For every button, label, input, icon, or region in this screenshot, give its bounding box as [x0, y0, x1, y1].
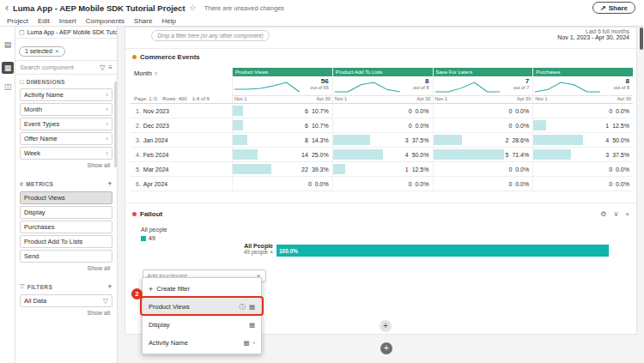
value-cell[interactable]: 450.0% — [532, 133, 633, 147]
menu-item-product-views[interactable]: Product Views ⓘ ▦ — [143, 298, 261, 316]
chevron-right-icon[interactable]: › — [106, 106, 108, 113]
add-panel-button[interactable]: + — [380, 342, 392, 354]
table-row[interactable]: 5.Mar 20242239.3%112.5%00.0%00.0% — [131, 162, 633, 177]
menu-item-create-filter[interactable]: + Create filter — [143, 280, 261, 298]
viz-title[interactable]: Commerce Events — [140, 53, 200, 61]
month-cell[interactable]: 6.Apr 2024 — [131, 177, 232, 191]
page-info[interactable]: Page: 1 /1 — [134, 96, 157, 101]
chip-close-icon[interactable]: × — [55, 48, 59, 55]
menu-components[interactable]: Components — [86, 17, 125, 25]
month-cell[interactable]: 3.Jan 2024 — [131, 133, 232, 147]
visualizations-icon[interactable]: ◫ — [2, 81, 14, 93]
value-cell[interactable]: 00.0% — [332, 104, 433, 118]
open-table-icon[interactable]: ▦ — [249, 303, 255, 311]
value-cell[interactable]: 112.5% — [332, 162, 433, 176]
value-cell[interactable]: 337.5% — [532, 148, 633, 161]
value-cell[interactable]: 2239.3% — [232, 162, 332, 176]
menu-project[interactable]: Project — [7, 17, 28, 25]
menu-item-activity-name[interactable]: Activity Name ▦ › — [143, 334, 261, 352]
metric-item-product-views[interactable]: Product Views — [20, 191, 112, 204]
selected-filter-chip[interactable]: 1 selected × — [19, 46, 65, 57]
favorite-star-icon[interactable]: ☆ — [190, 3, 197, 12]
menu-item-display[interactable]: Display ▦ — [143, 316, 261, 334]
value-cell[interactable]: 337.5% — [332, 133, 433, 147]
collapse-chevron-icon[interactable]: ∨ — [613, 210, 618, 218]
main-scrollbar[interactable] — [640, 27, 643, 50]
menu-help[interactable]: Help — [161, 17, 175, 25]
gear-icon[interactable]: ⚙ — [600, 210, 606, 218]
value-cell[interactable]: 1425.0% — [232, 148, 332, 161]
month-cell[interactable]: 5.Mar 2024 — [131, 162, 232, 176]
menu-insert[interactable]: Insert — [59, 17, 76, 25]
value-cell[interactable]: 610.7% — [232, 104, 332, 118]
panel-date-range[interactable]: Last 6 full months Nov 1, 2023 - Apr 30,… — [557, 28, 629, 40]
value-cell[interactable]: 571.4% — [433, 148, 533, 161]
value-cell[interactable]: 00.0% — [433, 177, 533, 191]
metric-column-header[interactable]: Product Views56out of 56Nov 1Apr 30 — [232, 68, 332, 103]
metric-item-product-add-to-lists[interactable]: Product Add To Lists — [20, 235, 112, 248]
menu-edit[interactable]: Edit — [38, 17, 50, 25]
sort-ascending-icon[interactable]: ↑ — [155, 70, 158, 77]
search-input[interactable] — [20, 64, 96, 71]
metric-column-header[interactable]: Purchases8out of 8Nov 1Apr 30 — [532, 68, 633, 103]
value-cell[interactable]: 00.0% — [532, 104, 633, 118]
add-filter-icon[interactable]: + — [107, 282, 112, 291]
filter-icon[interactable]: ▽ — [100, 64, 105, 71]
chevron-right-icon[interactable]: › — [106, 91, 108, 99]
open-table-icon[interactable]: ▦ — [249, 321, 255, 329]
metric-item-display[interactable]: Display — [20, 206, 112, 219]
filter-drop-zone[interactable]: Drop a filter here (or any other compone… — [151, 30, 270, 41]
panels-icon[interactable]: ▤ — [2, 39, 14, 51]
sidebar-scrollbar[interactable] — [114, 82, 117, 167]
viz-title[interactable]: Fallout — [140, 210, 162, 218]
rows-info[interactable]: Rows: 400 — [162, 96, 186, 101]
value-cell[interactable]: 814.3% — [232, 133, 332, 147]
open-table-icon[interactable]: ▦ — [243, 339, 249, 347]
dimensions-show-all[interactable]: Show all — [15, 161, 117, 168]
metrics-show-all[interactable]: Show all — [15, 264, 117, 271]
sort-list-icon[interactable]: ≡ — [108, 64, 112, 71]
info-icon[interactable]: ⓘ — [239, 303, 246, 312]
value-cell[interactable]: 00.0% — [532, 162, 633, 176]
dimension-item-month[interactable]: Month› — [20, 103, 112, 116]
remove-touchpoint-icon[interactable]: × — [270, 249, 273, 255]
table-row[interactable]: 3.Jan 2024814.3%337.5%228.6%450.0% — [131, 133, 633, 148]
share-button[interactable]: ↗ Share — [592, 2, 635, 14]
value-cell[interactable]: 00.0% — [532, 177, 633, 191]
back-icon[interactable]: ‹ — [5, 3, 9, 13]
chevron-right-icon[interactable]: › — [106, 135, 108, 142]
table-row[interactable]: 1.Nov 2023610.7%00.0%00.0%00.0% — [131, 104, 633, 118]
filters-show-all[interactable]: Show all — [15, 309, 117, 316]
dimension-item-offer-name[interactable]: Offer Name› — [20, 132, 112, 145]
fallout-bar[interactable]: 100.0% — [276, 245, 609, 257]
value-cell[interactable]: 00.0% — [332, 118, 433, 132]
value-cell[interactable]: 00.0% — [332, 177, 433, 191]
month-cell[interactable]: 4.Feb 2024 — [131, 148, 232, 161]
add-visualization-button[interactable]: + — [380, 320, 392, 332]
value-cell[interactable]: 00.0% — [433, 162, 533, 176]
add-metric-icon[interactable]: + — [107, 179, 112, 188]
value-cell[interactable]: 228.6% — [433, 133, 533, 147]
table-row[interactable]: 4.Feb 20241425.0%450.0%571.4%337.5% — [131, 148, 633, 162]
table-row[interactable]: 2.Dec 2023610.7%00.0%00.0%112.5% — [131, 118, 633, 133]
metric-item-purchases[interactable]: Purchases — [20, 221, 112, 233]
metric-column-header[interactable]: Save For Laters7out of 7Nov 1Apr 30 — [433, 68, 533, 103]
components-icon[interactable]: ▦ — [2, 62, 14, 74]
dimension-item-week[interactable]: Week› — [20, 147, 112, 160]
month-column-header[interactable]: Month↑Page: 1 /1Rows: 4001-6 of 6 — [131, 68, 232, 103]
value-cell[interactable]: 00.0% — [232, 177, 332, 191]
step-name[interactable]: All People — [177, 243, 273, 249]
menu-share[interactable]: Share — [134, 17, 152, 25]
dimension-item-activity-name[interactable]: Activity Name› — [20, 88, 112, 101]
value-cell[interactable]: 112.5% — [532, 118, 633, 132]
table-row[interactable]: 6.Apr 202400.0%00.0%00.0%00.0% — [131, 177, 633, 191]
close-icon[interactable]: × — [625, 210, 629, 218]
filter-item-all-data[interactable]: All Data▽ — [20, 294, 112, 307]
metric-item-send[interactable]: Send — [20, 250, 112, 263]
value-cell[interactable]: 610.7% — [232, 118, 332, 132]
month-cell[interactable]: 1.Nov 2023 — [131, 104, 232, 118]
project-selector[interactable]: ▢ Luma App - AEP Mobile SDK Tutor... — [15, 27, 117, 39]
value-cell[interactable]: 00.0% — [433, 118, 533, 132]
dimension-item-event-types[interactable]: Event Types› — [20, 118, 112, 130]
value-cell[interactable]: 00.0% — [433, 104, 533, 118]
